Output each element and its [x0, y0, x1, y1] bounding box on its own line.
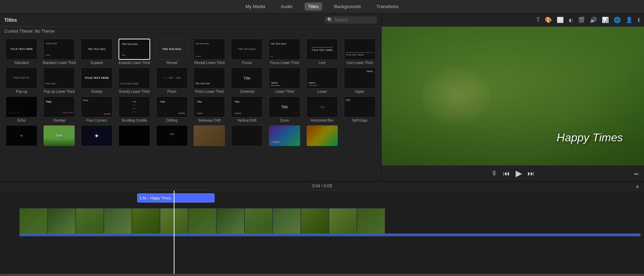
title-item-lower[interactable]: Name Description Lower — [305, 68, 339, 94]
video-background — [382, 27, 644, 165]
video-preview: Happy Times — [382, 27, 644, 165]
film-frame — [329, 208, 357, 236]
title-item-overlap[interactable]: Title Description Overlap — [42, 96, 77, 122]
title-item-expand-lower-third[interactable]: Title Text Here Text Expand Lower Third — [117, 39, 152, 65]
title-item-prism[interactable]: "_T "EXT" <EPS Prism — [154, 68, 189, 94]
toolbar-text-btn[interactable]: T — [535, 16, 541, 24]
title-item-prism-lower-third[interactable]: Title Text Here Prism Lower Third — [192, 68, 227, 94]
film-frame — [216, 208, 244, 236]
timeline-settings-btn[interactable]: ▲ — [635, 183, 640, 189]
title-item-upper[interactable]: Name Upper — [342, 68, 377, 94]
titles-grid: TITLE TEXT HERE Standard TITLE TEXT lowe… — [4, 39, 377, 147]
timeline-scrollbar-thumb[interactable] — [0, 274, 644, 276]
panel-header: Titles 🔍 — [0, 13, 381, 27]
title-item-scrolling-credits[interactable]: Title—————— Scrolling Credits — [117, 96, 152, 122]
video-selection-bar — [19, 233, 640, 236]
rewind-button[interactable]: ⏮ — [503, 169, 510, 178]
search-box[interactable]: 🔍 — [324, 16, 377, 24]
playback-controls: 🎙 ⏮ ▶ ⏭ ▬ — [382, 165, 644, 181]
title-item-focus[interactable]: Title Text Here Focus — [230, 39, 264, 65]
title-item-echo[interactable]: |||||||| Echo — [4, 96, 39, 122]
nav-titles[interactable]: Titles — [305, 2, 323, 11]
title-item-lower-third[interactable]: Name Description Lower Third — [267, 68, 302, 94]
title-item-sideways-drift[interactable]: Title Subtle Sideways Drift — [192, 96, 227, 122]
toolbar-video-btn[interactable]: 🎬 — [576, 16, 586, 24]
film-frame — [301, 208, 329, 236]
progress-line — [174, 191, 174, 274]
titles-grid-area: TITLE TEXT HERE Standard TITLE TEXT lowe… — [0, 36, 381, 181]
title-item-centered[interactable]: Title Centered — [230, 68, 264, 94]
film-frame — [104, 208, 132, 236]
title-item-r4c5[interactable]: Title· · · — [154, 125, 189, 147]
title-item-four-corners[interactable]: Title Subtitle Four Corners — [79, 96, 114, 122]
title-item-gravity-lower-third[interactable]: TITLE TEXT HERE Gravity Lower Third — [117, 68, 152, 94]
nav-my-media[interactable]: My Media — [242, 2, 269, 11]
toolbar-audio-btn[interactable]: 🔊 — [588, 16, 598, 24]
film-frame — [188, 208, 216, 236]
timeline-header: 0:04 / 0:09 ▲ — [0, 182, 644, 191]
panel-title: Titles — [4, 17, 17, 23]
top-nav: My Media Audio Titles Backgrounds Transi… — [0, 0, 644, 13]
title-item-popup[interactable]: TITLE TEXT W... Pop-up — [4, 68, 39, 94]
nav-audio[interactable]: Audio — [277, 2, 296, 11]
film-frame — [132, 208, 160, 236]
film-frame — [47, 208, 76, 236]
left-panel: Titles 🔍 Current Theme: No Theme TITLE T… — [0, 13, 382, 181]
toolbar-info-btn[interactable]: ℹ — [636, 16, 641, 24]
toolbar-color-btn[interactable]: 🎨 — [543, 16, 553, 24]
right-panel: T 🎨 ⬜ ◐ 🎬 🔊 📊 🌐 👤 ℹ Happy Times 🎙 — [382, 13, 644, 181]
title-item-horizontal-blur[interactable]: Title Horizontal Blur — [305, 96, 339, 122]
title-clip[interactable]: 1.9s – Happy Times — [137, 193, 215, 203]
toolbar-filter-btn[interactable]: ◐ — [567, 17, 574, 24]
title-item-r4c8[interactable]: Subtitle — [267, 125, 302, 147]
bottom-area: 0:04 / 0:09 ▲ 1.9s – Happy Times — [0, 181, 644, 276]
title-item-vertical-drift[interactable]: Title Subtitle Vertical Drift — [230, 96, 264, 122]
timecode-display: 0:04 / 0:09 — [312, 184, 332, 188]
toolbar-user-btn[interactable]: 👤 — [624, 16, 634, 24]
toolbar-crop-btn[interactable]: ⬜ — [555, 16, 565, 24]
film-frame — [19, 208, 47, 236]
toolbar-share-btn[interactable]: 🌐 — [612, 16, 622, 24]
video-film-strip — [19, 208, 640, 236]
progress-handle[interactable] — [172, 191, 176, 191]
title-item-drifting[interactable]: Title Subtitle Drifting — [154, 96, 189, 122]
title-item-r4c2[interactable]: Title — [42, 125, 77, 147]
nav-backgrounds[interactable]: Backgrounds — [331, 2, 364, 11]
title-item-r4c4[interactable]: · · ·· · — [117, 125, 152, 147]
title-item-focus-lower-third[interactable]: Title Text Here text Focus Lower Third — [267, 39, 302, 65]
film-frame — [357, 208, 385, 236]
volume-indicator: ▬ — [634, 171, 638, 176]
film-frame — [76, 208, 104, 236]
play-button[interactable]: ▶ — [516, 168, 522, 178]
mic-button[interactable]: 🎙 — [491, 170, 497, 177]
title-item-r4c7[interactable] — [230, 125, 264, 147]
video-track — [0, 208, 644, 236]
title-item-popup-lower-third[interactable]: TITLE TEXT... Pop-up Lower Third — [42, 68, 77, 94]
title-item-gravity[interactable]: TITLE TEXT HERE Gravity — [79, 68, 114, 94]
toolbar-row: T 🎨 ⬜ ◐ 🎬 🔊 📊 🌐 👤 ℹ — [382, 13, 644, 27]
search-input[interactable] — [334, 18, 373, 23]
title-item-reveal-lower-third[interactable]: Title Text Here subtext Reveal Lower Thi… — [192, 39, 227, 65]
title-item-expand[interactable]: Title Text Here Expand — [79, 39, 114, 65]
toolbar-speed-btn[interactable]: 📊 — [600, 16, 610, 24]
search-icon: 🔍 — [327, 17, 333, 23]
title-item-soft-edge[interactable]: Title Soft Edge — [342, 96, 377, 122]
title-item-reveal[interactable]: Title Text Here Reveal — [154, 39, 189, 65]
title-item-standard[interactable]: TITLE TEXT HERE Standard — [4, 39, 39, 65]
title-item-zoom[interactable]: Title Zoom — [267, 96, 302, 122]
film-frame — [244, 208, 273, 236]
title-item-line-lower-third[interactable]: TITLE TEXT HERE Line Lower Third — [342, 39, 377, 65]
title-item-standard-lower-third[interactable]: TITLE TEXT lower Standard Lower Third — [42, 39, 77, 65]
forward-button[interactable]: ⏭ — [528, 169, 535, 178]
title-item-r4c9[interactable] — [305, 125, 339, 147]
timeline-scrollbar[interactable] — [0, 274, 644, 276]
nav-transitions[interactable]: Transitions — [373, 2, 402, 11]
title-item-r4c6[interactable] — [192, 125, 227, 147]
title-item-line[interactable]: TITLE TEXT HERE Line — [305, 39, 339, 65]
title-item-r4c1[interactable]: ✦ — [4, 125, 39, 147]
title-track: 1.9s – Happy Times — [0, 193, 644, 203]
timeline-content: 1.9s – Happy Times — [0, 191, 644, 274]
theme-line: Current Theme: No Theme — [0, 27, 381, 36]
main-area: Titles 🔍 Current Theme: No Theme TITLE T… — [0, 13, 644, 181]
title-item-r4c3[interactable]: ✦ — [79, 125, 114, 147]
